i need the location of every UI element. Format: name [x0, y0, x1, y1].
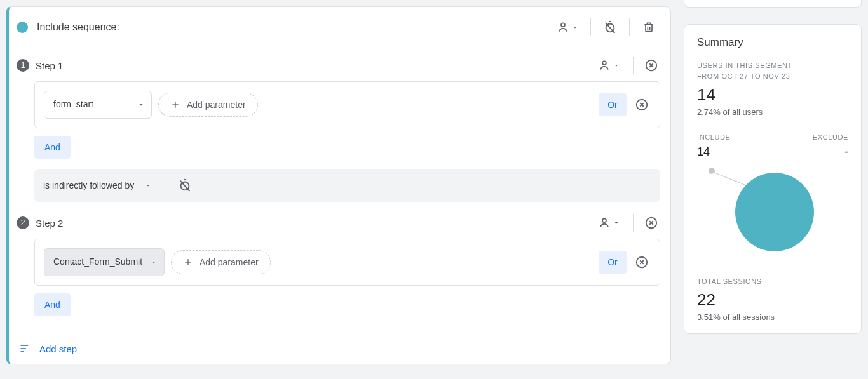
svg-rect-29	[21, 348, 26, 349]
remove-condition-button[interactable]	[633, 253, 651, 271]
step-scope-dropdown[interactable]	[593, 55, 624, 76]
summary-title: Summary	[697, 36, 848, 49]
timer-off-icon	[178, 178, 192, 192]
step-scope-dropdown[interactable]	[593, 212, 624, 234]
event-name: form_start	[53, 99, 93, 110]
svg-rect-4	[646, 25, 652, 32]
divider	[697, 267, 848, 267]
and-button[interactable]: And	[34, 293, 71, 316]
delete-sequence-button[interactable]	[637, 16, 660, 39]
exclude-value: -	[813, 145, 848, 159]
svg-point-7	[602, 61, 606, 65]
user-icon	[597, 58, 611, 72]
add-parameter-label: Add parameter	[187, 100, 246, 110]
summary-kicker: USERS IN THIS SEGMENT FROM OCT 27 TO NOV…	[697, 60, 848, 81]
sessions-value: 22	[697, 290, 848, 310]
follow-bar: is indirectly followed by	[34, 169, 660, 202]
event-select[interactable]: form_start	[44, 91, 152, 119]
follow-type-dropdown[interactable]: is indirectly followed by	[43, 180, 152, 190]
divider	[633, 57, 634, 74]
chevron-down-icon	[613, 62, 620, 69]
venn-connector-icon	[712, 171, 748, 186]
timer-off-icon	[603, 20, 617, 34]
sequence-card: Include sequence:	[6, 6, 671, 364]
svg-point-19	[602, 218, 606, 222]
sequence-timer-button[interactable]	[599, 16, 621, 39]
add-step-button[interactable]: Add step	[9, 333, 670, 364]
step-number-badge: 1	[17, 59, 29, 72]
and-button[interactable]: And	[34, 136, 71, 159]
sequence-indicator-icon	[17, 22, 28, 33]
step-timer-button[interactable]	[178, 174, 192, 197]
step-number-badge: 2	[17, 216, 29, 229]
svg-rect-30	[21, 351, 24, 352]
add-parameter-label: Add parameter	[200, 257, 259, 267]
close-circle-icon	[644, 58, 658, 72]
divider	[629, 18, 630, 36]
close-circle-icon	[635, 255, 649, 269]
venn-big-circle-icon	[735, 173, 814, 251]
step-label: Step 1	[36, 60, 587, 71]
sequence-header: Include sequence:	[9, 7, 670, 48]
add-step-label: Add step	[39, 343, 77, 354]
step-condition-row: Contact_Form_Submit Add parameter Or	[34, 239, 660, 286]
divider	[633, 214, 634, 232]
event-select[interactable]: Contact_Form_Submit	[44, 248, 165, 276]
users-percent: 2.74% of all users	[697, 107, 848, 117]
event-name: Contact_Form_Submit	[53, 256, 142, 268]
sessions-percent: 3.51% of all sessions	[697, 312, 848, 322]
venn-diagram	[697, 163, 848, 258]
or-button[interactable]: Or	[599, 93, 627, 116]
steps-icon	[19, 342, 32, 355]
include-value: 14	[697, 145, 731, 159]
plus-icon	[183, 257, 193, 267]
plus-icon	[170, 100, 180, 110]
svg-rect-28	[21, 345, 29, 346]
users-value: 14	[697, 85, 848, 105]
chevron-down-icon	[150, 258, 158, 266]
remove-step-button[interactable]	[642, 57, 660, 74]
add-parameter-button[interactable]: Add parameter	[171, 250, 271, 274]
trash-icon	[642, 21, 655, 34]
follow-type-label: is indirectly followed by	[43, 180, 134, 190]
add-parameter-button[interactable]: Add parameter	[158, 93, 258, 117]
user-icon	[556, 20, 570, 34]
sequence-scope-dropdown[interactable]	[552, 17, 583, 38]
exclude-label: EXCLUDE	[813, 132, 848, 143]
user-icon	[597, 216, 611, 230]
step-row: 2 Step 2 Contact_Form_Submit	[9, 202, 670, 326]
sessions-label: TOTAL SESSIONS	[697, 276, 848, 287]
step-condition-row: form_start Add parameter Or	[34, 81, 660, 128]
collapsed-card	[684, 0, 862, 8]
or-button[interactable]: Or	[599, 251, 627, 274]
close-circle-icon	[635, 98, 649, 112]
remove-step-button[interactable]	[642, 214, 660, 232]
chevron-down-icon	[571, 23, 579, 31]
sequence-title: Include sequence:	[37, 22, 552, 33]
close-circle-icon	[644, 216, 658, 230]
svg-point-0	[561, 23, 565, 27]
chevron-down-icon	[137, 101, 145, 109]
step-label: Step 2	[36, 218, 587, 229]
divider	[165, 176, 165, 195]
remove-condition-button[interactable]	[633, 96, 651, 114]
chevron-down-icon	[144, 182, 152, 189]
step-row: 1 Step 1 form_start	[9, 48, 670, 169]
chevron-down-icon	[613, 219, 620, 227]
include-label: INCLUDE	[697, 132, 731, 143]
divider	[590, 18, 591, 36]
summary-card: Summary USERS IN THIS SEGMENT FROM OCT 2…	[684, 24, 862, 334]
